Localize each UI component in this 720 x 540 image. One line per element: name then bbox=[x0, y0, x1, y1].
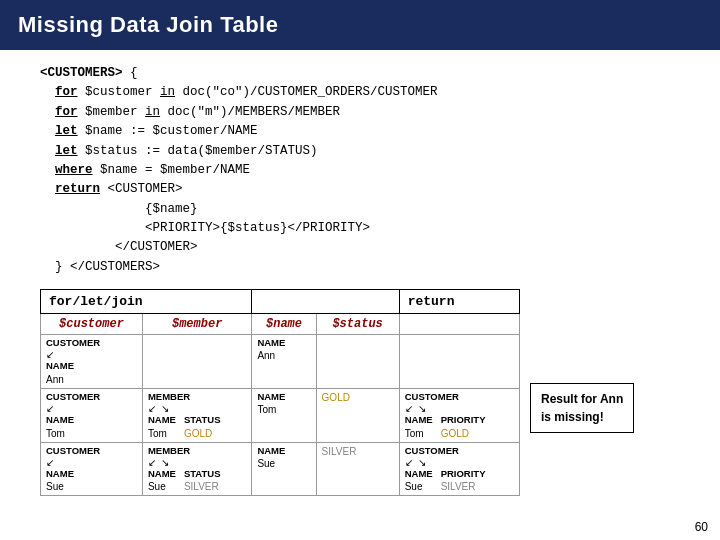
result-box: Result for Ann is missing! bbox=[530, 383, 634, 433]
page-number: 60 bbox=[695, 520, 708, 534]
member-cell-tom: MEMBER ↙ ↘ NAME Tom STATUS GOLD bbox=[142, 388, 251, 442]
col-header-member: $member bbox=[142, 314, 251, 335]
customer-cell-sue: CUSTOMER ↙ NAME Sue bbox=[41, 442, 143, 496]
table-area: for/let/join return $customer $member $n… bbox=[40, 289, 680, 496]
where-keyword: where bbox=[55, 163, 93, 177]
result-line1: Result for Ann bbox=[541, 392, 623, 406]
return-cell-ann bbox=[399, 335, 519, 389]
status-cell-ann bbox=[316, 335, 399, 389]
header-cols-mid bbox=[252, 290, 399, 314]
header-return: return bbox=[399, 290, 519, 314]
name-cell-sue: NAME Sue bbox=[252, 442, 316, 496]
table-row: CUSTOMER ↙ NAME Tom MEMBER ↙ ↘ NAME Tom bbox=[41, 388, 520, 442]
member-cell-sue: MEMBER ↙ ↘ NAME Sue STATUS SILVER bbox=[142, 442, 251, 496]
name-cell-ann: NAME Ann bbox=[252, 335, 316, 389]
return-cell-tom: CUSTOMER ↙ ↘ NAME Tom PRIORITY GOLD bbox=[399, 388, 519, 442]
page-title: Missing Data Join Table bbox=[18, 12, 278, 37]
col-header-return-empty bbox=[399, 314, 519, 335]
join-table: for/let/join return $customer $member $n… bbox=[40, 289, 520, 496]
code-block: <CUSTOMERS> { for $customer in doc("co")… bbox=[40, 64, 680, 277]
col-header-customer: $customer bbox=[41, 314, 143, 335]
table-row: CUSTOMER ↙ NAME Sue MEMBER ↙ ↘ NAME Sue bbox=[41, 442, 520, 496]
status-cell-tom: GOLD bbox=[316, 388, 399, 442]
customer-cell-tom: CUSTOMER ↙ NAME Tom bbox=[41, 388, 143, 442]
result-line2: is missing! bbox=[541, 410, 604, 424]
return-cell-sue: CUSTOMER ↙ ↘ NAME Sue PRIORITY SILVER bbox=[399, 442, 519, 496]
member-cell-ann bbox=[142, 335, 251, 389]
header-forletjoin: for/let/join bbox=[41, 290, 252, 314]
name-cell-tom: NAME Tom bbox=[252, 388, 316, 442]
status-cell-sue: SILVER bbox=[316, 442, 399, 496]
title-bar: Missing Data Join Table bbox=[0, 0, 720, 50]
col-header-status: $status bbox=[316, 314, 399, 335]
customer-cell-ann: CUSTOMER ↙ NAME Ann bbox=[41, 335, 143, 389]
table-row: CUSTOMER ↙ NAME Ann NAME Ann bbox=[41, 335, 520, 389]
col-header-name: $name bbox=[252, 314, 316, 335]
